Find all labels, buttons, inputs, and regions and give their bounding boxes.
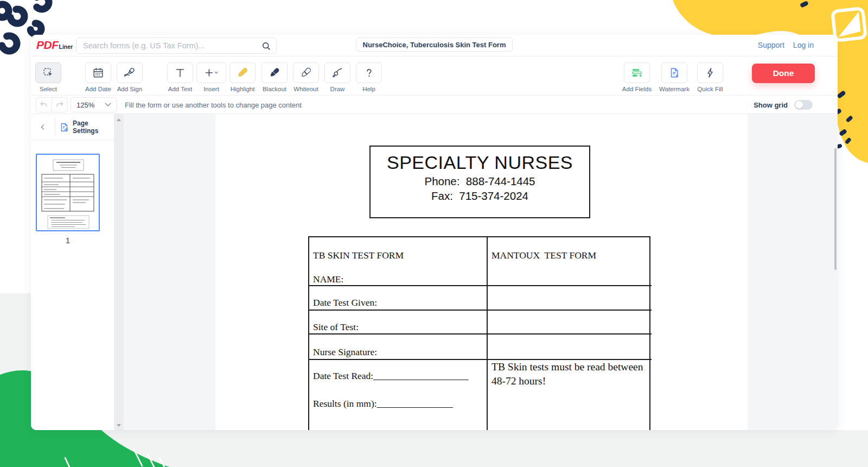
- watermark-document-icon: [668, 67, 680, 79]
- tool-watermark-button[interactable]: Watermark: [661, 62, 687, 92]
- logo-pdf-text: PDF: [36, 39, 59, 51]
- tool-add-date-button[interactable]: Add Date: [85, 62, 111, 92]
- document-page[interactable]: SPECIALTY NURSES Phone: 888-744-1445 Fax…: [215, 114, 748, 430]
- search-forms-box[interactable]: [76, 37, 277, 54]
- whiteout-brush-icon: [300, 67, 312, 79]
- doc-note-text: TB Skin tests must be read between 48-72…: [492, 360, 649, 388]
- page: PDF Liner NurseChoice, Tuberculosis Skin…: [0, 0, 868, 467]
- doc-company-name: SPECIALTY NURSES: [371, 152, 589, 173]
- page-settings-icon: [59, 122, 69, 132]
- table-row-line: [309, 285, 652, 286]
- document-title-chip: NurseChoice, Tuberculosis Skin Test Form: [356, 37, 513, 52]
- pdfliner-logo[interactable]: PDF Liner: [36, 39, 73, 51]
- plus-icon: [204, 67, 219, 79]
- tool-add-text-button[interactable]: Add Text: [167, 62, 193, 92]
- login-link[interactable]: Log in: [793, 41, 814, 49]
- redo-button[interactable]: [52, 97, 68, 112]
- show-grid-label: Show grid: [754, 101, 788, 109]
- select-cursor-icon: [42, 67, 54, 79]
- page-thumbnail-preview: [37, 155, 99, 230]
- done-button[interactable]: Done: [752, 64, 815, 83]
- table-row-line: [309, 310, 652, 311]
- undo-button[interactable]: [36, 97, 52, 112]
- signature-pen-icon: [124, 67, 136, 79]
- doc-name-field[interactable]: NAME:: [313, 274, 343, 285]
- doc-header-box: SPECIALTY NURSES Phone: 888-744-1445 Fax…: [369, 146, 590, 218]
- sidebar-divider: [55, 118, 55, 136]
- doc-signature-field[interactable]: Nurse Signature:: [313, 346, 377, 358]
- text-icon: [174, 67, 186, 79]
- tool-quick-fill-button[interactable]: Quick Fill: [697, 62, 723, 92]
- page-settings-button[interactable]: Page Settings: [59, 119, 114, 135]
- redo-icon: [55, 100, 64, 109]
- doc-fax: Fax: 715-374-2024: [371, 190, 589, 203]
- doc-phone: Phone: 888-744-1445: [371, 175, 589, 188]
- doc-results-field[interactable]: Results (in mm):________________: [313, 398, 453, 409]
- tool-insert-button[interactable]: Insert: [196, 62, 226, 92]
- tool-blackout-button[interactable]: Blackout: [261, 62, 288, 92]
- show-grid-toggle[interactable]: [794, 100, 813, 110]
- tool-add-fields-button[interactable]: Add Fields: [624, 62, 650, 92]
- scroll-down-arrow-icon[interactable]: [117, 424, 121, 427]
- tool-add-sign-button[interactable]: Add Sign: [117, 62, 143, 92]
- doc-date-given-field[interactable]: Date Test Given:: [313, 297, 377, 308]
- collapse-sidebar-button[interactable]: [31, 119, 54, 135]
- blackout-brush-icon: [269, 67, 280, 79]
- sub-toolbar: 125% Fill the form or use another tools …: [31, 96, 838, 114]
- page-thumbnail-1[interactable]: [36, 154, 100, 231]
- pages-sidebar: Page Settings: [31, 114, 114, 430]
- doc-date-read-field[interactable]: Date Test Read:____________________: [313, 370, 468, 382]
- toolbar: Select Add Date Add Sign Add Text: [31, 56, 838, 96]
- app-window: PDF Liner NurseChoice, Tuberculosis Skin…: [31, 35, 838, 430]
- support-link[interactable]: Support: [758, 41, 784, 49]
- sidebar-scrollbar[interactable]: [114, 114, 124, 430]
- paintbrush-icon: [331, 67, 343, 79]
- highlight-brush-icon: [237, 67, 248, 79]
- tool-whiteout-button[interactable]: Whiteout: [293, 62, 319, 92]
- zoom-level-value: 125%: [76, 101, 94, 109]
- doc-mantoux-header: MANTOUX TEST FORM: [492, 250, 596, 261]
- zoom-level-select[interactable]: 125%: [71, 97, 117, 112]
- tool-highlight-button[interactable]: Highlight: [229, 62, 256, 92]
- page-settings-label: Page Settings: [73, 119, 114, 135]
- tool-help-button[interactable]: Help: [356, 62, 382, 92]
- scroll-up-arrow-icon[interactable]: [117, 118, 121, 121]
- toggle-knob: [795, 101, 803, 109]
- chevron-down-icon: [215, 72, 218, 73]
- calendar-icon: [92, 67, 104, 79]
- editor-hint-text: Fill the form or use another tools to ch…: [125, 101, 302, 109]
- undo-icon: [40, 100, 48, 109]
- sidebar-header: Page Settings: [31, 114, 114, 140]
- search-input[interactable]: [83, 38, 257, 53]
- logo-liner-text: Liner: [59, 43, 73, 51]
- lightning-bolt-icon: [704, 67, 716, 79]
- table-row-line: [309, 333, 652, 335]
- tool-draw-button[interactable]: Draw: [324, 62, 350, 92]
- chevron-down-icon: [105, 103, 111, 107]
- editor-canvas: SPECIALTY NURSES Phone: 888-744-1445 Fax…: [124, 114, 838, 430]
- fields-icon: [631, 67, 643, 79]
- doc-site-field[interactable]: Site of Test:: [313, 321, 359, 333]
- chevron-left-icon: [39, 123, 47, 131]
- doc-tb-skin-test-header: TB SKIN TEST FORM: [313, 250, 404, 261]
- app-header: PDF Liner NurseChoice, Tuberculosis Skin…: [31, 35, 838, 56]
- tool-select-button[interactable]: Select: [35, 62, 61, 92]
- content-area: Page Settings: [31, 114, 838, 430]
- header-links: SupportLog in: [758, 41, 814, 49]
- search-icon[interactable]: [261, 41, 271, 51]
- page-number-label: 1: [36, 236, 100, 245]
- canvas-scrollbar-thumb[interactable]: [834, 148, 837, 270]
- question-mark-icon: [363, 67, 375, 79]
